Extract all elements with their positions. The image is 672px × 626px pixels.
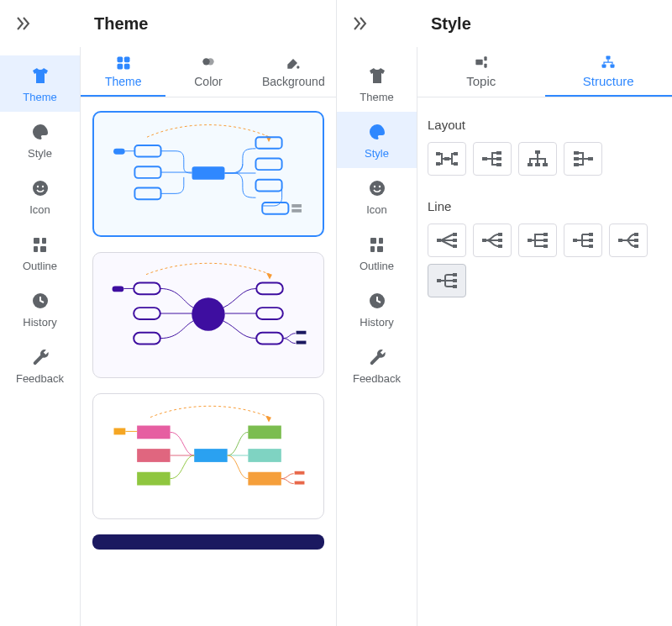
theme-option-multicolor[interactable]: [92, 393, 324, 519]
svg-rect-59: [370, 246, 375, 252]
smiley-icon: [30, 178, 50, 198]
tab-label: Color: [194, 75, 222, 88]
tab-label: Structure: [583, 74, 634, 88]
svg-rect-7: [34, 238, 39, 244]
svg-rect-26: [255, 180, 281, 192]
sidebar-item-history[interactable]: History: [337, 281, 417, 337]
line-option-6[interactable]: [428, 264, 466, 297]
svg-rect-95: [543, 239, 548, 242]
svg-rect-88: [453, 245, 457, 248]
svg-rect-65: [606, 56, 611, 60]
clock-icon: [30, 291, 50, 311]
svg-point-2: [40, 127, 43, 129]
line-option-2[interactable]: [473, 224, 512, 257]
theme-option-blue[interactable]: [92, 111, 324, 237]
svg-rect-74: [496, 151, 501, 155]
svg-rect-96: [543, 245, 548, 248]
sidebar-item-label: History: [23, 316, 56, 329]
svg-rect-8: [42, 238, 46, 244]
svg-rect-71: [454, 152, 458, 155]
svg-rect-84: [574, 163, 579, 166]
structure-body: Layout Line: [417, 97, 672, 626]
sidebar-item-icon[interactable]: Icon: [0, 168, 80, 224]
svg-rect-108: [453, 285, 457, 288]
theme-list[interactable]: [81, 97, 336, 626]
svg-rect-15: [123, 63, 129, 69]
svg-rect-25: [255, 159, 281, 171]
svg-point-1: [37, 127, 39, 129]
sidebar-item-label: Style: [365, 147, 389, 160]
line-option-4[interactable]: [564, 224, 602, 257]
panel-header: Style: [337, 0, 672, 47]
sidebar-item-label: Feedback: [353, 372, 401, 385]
tab-label: Background: [262, 75, 325, 88]
wrench-icon: [30, 347, 50, 367]
sidebar-item-label: Icon: [366, 203, 387, 216]
svg-rect-42: [137, 449, 170, 462]
sidebar-item-theme[interactable]: Theme: [337, 55, 417, 112]
svg-rect-73: [482, 157, 487, 160]
tab-topic[interactable]: Topic: [417, 47, 545, 97]
svg-rect-47: [248, 472, 281, 486]
svg-point-56: [378, 186, 380, 187]
svg-rect-94: [543, 233, 548, 236]
svg-rect-80: [543, 163, 548, 166]
svg-rect-44: [114, 428, 126, 434]
svg-rect-76: [496, 163, 501, 166]
theme-option-next[interactable]: [92, 534, 324, 550]
collapse-button[interactable]: [344, 7, 377, 40]
layout-option-left[interactable]: [564, 142, 602, 176]
sidebar-item-history[interactable]: History: [0, 281, 80, 337]
tab-background[interactable]: Background: [251, 47, 336, 97]
sidebar-item-style[interactable]: Style: [337, 112, 417, 168]
svg-rect-77: [535, 150, 540, 154]
panel-title: Theme: [94, 14, 148, 34]
line-option-3[interactable]: [518, 224, 557, 257]
palette-icon: [30, 122, 50, 142]
layout-option-tree[interactable]: [518, 142, 557, 176]
svg-rect-36: [256, 308, 283, 319]
svg-rect-62: [475, 60, 482, 66]
svg-rect-87: [453, 239, 457, 242]
sidebar-item-outline[interactable]: Outline: [337, 224, 417, 281]
svg-rect-13: [123, 56, 129, 62]
tab-color[interactable]: Color: [165, 47, 250, 97]
theme-option-purple[interactable]: [92, 252, 324, 378]
tab-structure[interactable]: Structure: [545, 47, 673, 97]
svg-rect-22: [134, 188, 160, 200]
layout-option-right[interactable]: [473, 142, 512, 176]
svg-point-30: [192, 297, 224, 330]
sidebar-item-feedback[interactable]: Feedback: [0, 337, 80, 393]
svg-rect-29: [291, 209, 302, 213]
svg-rect-10: [40, 246, 46, 252]
svg-point-52: [377, 127, 380, 129]
sidebar-item-icon[interactable]: Icon: [337, 168, 417, 224]
tab-theme[interactable]: Theme: [81, 47, 165, 97]
svg-rect-38: [297, 331, 307, 334]
sidebar-item-label: Icon: [29, 203, 50, 216]
sidebar-item-label: Theme: [23, 91, 56, 103]
panel-header: Theme: [0, 0, 336, 47]
smiley-icon: [367, 178, 387, 198]
sidebar-item-feedback[interactable]: Feedback: [337, 337, 417, 393]
svg-rect-20: [134, 145, 160, 157]
panel-theme: Theme Theme Style Icon: [0, 0, 336, 626]
line-option-5[interactable]: [609, 224, 648, 257]
line-option-1[interactable]: [428, 224, 466, 257]
svg-rect-93: [528, 239, 532, 242]
outline-icon: [367, 234, 387, 255]
svg-rect-28: [291, 204, 302, 208]
sidebar-item-outline[interactable]: Outline: [0, 224, 80, 281]
svg-point-55: [373, 186, 375, 187]
sidebar-item-label: Style: [28, 147, 52, 160]
panel-style: Style Theme Style Icon: [336, 0, 672, 626]
layout-option-biradial[interactable]: [428, 142, 466, 176]
svg-rect-12: [117, 56, 123, 62]
collapse-button[interactable]: [7, 7, 40, 40]
svg-rect-99: [589, 239, 593, 242]
svg-rect-72: [454, 162, 458, 166]
sidebar-item-theme[interactable]: Theme: [0, 55, 80, 112]
sidebar-item-style[interactable]: Style: [0, 112, 80, 168]
sidebar-item-label: Outline: [23, 260, 57, 272]
svg-point-53: [380, 130, 382, 133]
